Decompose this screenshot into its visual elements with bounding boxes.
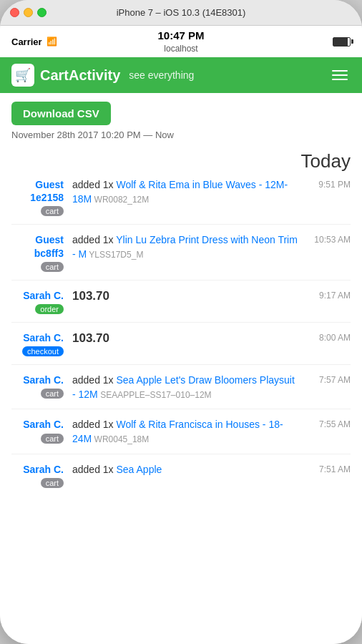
- user-name[interactable]: Sarah C.: [23, 464, 64, 475]
- carrier-label: Carrier: [11, 36, 42, 47]
- activity-column: 103.70: [72, 289, 300, 303]
- close-dot[interactable]: [10, 8, 19, 17]
- activity-time: 8:00 AM: [300, 331, 351, 343]
- product-sku: WR0045_18M: [92, 434, 149, 444]
- user-name[interactable]: Guest bc8ff3: [34, 234, 64, 258]
- activity-badge: cart: [41, 262, 64, 272]
- status-right: [238, 37, 351, 47]
- product-sku: SEAAPPLE–SS17–010–12M: [98, 390, 212, 400]
- hamburger-line: [332, 70, 348, 72]
- activity-text: added 1x Wolf & Rita Ema in Blue Waves -…: [72, 178, 300, 206]
- status-time: 10:47 PM: [124, 29, 238, 42]
- user-column: Sarah C.cart: [11, 418, 72, 444]
- download-csv-button[interactable]: Download CSV: [11, 102, 111, 125]
- user-column: Sarah C.cart: [11, 374, 72, 399]
- today-heading: Today: [11, 150, 351, 172]
- user-column: Sarah C.checkout: [11, 331, 72, 357]
- app-header-left: 🛒 CartActivity see everything: [11, 64, 194, 87]
- activity-text: added 1x Wolf & Rita Francisca in Houses…: [72, 418, 300, 446]
- product-link[interactable]: Sea Apple: [117, 464, 162, 475]
- user-name[interactable]: Sarah C.: [23, 332, 64, 343]
- activity-time: 7:55 AM: [300, 418, 351, 429]
- activity-column: added 1x Wolf & Rita Francisca in Houses…: [72, 418, 300, 446]
- activity-time: 7:57 AM: [300, 374, 351, 385]
- app-logo-icon: 🛒: [11, 64, 34, 87]
- activity-text: added 1x Ylin Lu Zebra Print Dress with …: [72, 233, 300, 261]
- activity-time: 9:17 AM: [300, 289, 351, 301]
- activity-badge: order: [35, 304, 64, 314]
- activity-item: Guest 1e2158cartadded 1x Wolf & Rita Ema…: [11, 178, 351, 225]
- content-area[interactable]: Download CSV November 28th 2017 10:20 PM…: [0, 93, 362, 644]
- hamburger-line: [332, 79, 348, 80]
- activity-amount: 103.70: [72, 331, 300, 346]
- activity-badge: cart: [41, 434, 64, 444]
- activity-amount: 103.70: [72, 289, 300, 303]
- app-title: CartActivity: [40, 67, 120, 84]
- activity-list: Guest 1e2158cartadded 1x Wolf & Rita Ema…: [11, 178, 351, 496]
- battery-icon: [333, 37, 351, 47]
- phone-shell: iPhone 7 – iOS 10.3 (14E8301) Carrier 📶 …: [0, 0, 362, 644]
- activity-badge: cart: [41, 206, 64, 216]
- activity-item: Guest bc8ff3cartadded 1x Ylin Lu Zebra P…: [11, 233, 351, 280]
- product-sku: YLSS17D5_M: [87, 250, 143, 260]
- fullscreen-dot[interactable]: [37, 8, 47, 17]
- status-center: 10:47 PM localhost: [124, 29, 238, 54]
- wifi-icon: 📶: [47, 36, 57, 47]
- mac-window-controls: [10, 8, 47, 17]
- activity-item: Sarah C.checkout103.708:00 AM: [11, 331, 351, 365]
- activity-badge: cart: [41, 478, 64, 488]
- mac-titlebar: iPhone 7 – iOS 10.3 (14E8301): [0, 0, 362, 26]
- date-range-label: November 28th 2017 10:20 PM — Now: [11, 130, 351, 140]
- activity-text: added 1x Sea Apple Let's Draw Bloomers P…: [72, 374, 300, 401]
- activity-column: added 1x Sea Apple Let's Draw Bloomers P…: [72, 374, 300, 401]
- activity-column: added 1x Sea Apple: [72, 463, 300, 477]
- app-subtitle: see everything: [129, 69, 194, 81]
- activity-time: 9:51 PM: [300, 178, 351, 190]
- activity-item: Sarah C.cartadded 1x Sea Apple Let's Dra…: [11, 374, 351, 409]
- user-name[interactable]: Guest 1e2158: [30, 179, 64, 203]
- user-name[interactable]: Sarah C.: [23, 374, 64, 386]
- status-left: Carrier 📶: [11, 36, 124, 47]
- activity-column: 103.70: [72, 331, 300, 346]
- product-sku: WR0082_12M: [92, 195, 149, 205]
- user-column: Guest bc8ff3cart: [11, 233, 72, 272]
- minimize-dot[interactable]: [24, 8, 33, 17]
- activity-badge: checkout: [22, 346, 64, 356]
- activity-column: added 1x Wolf & Rita Ema in Blue Waves -…: [72, 178, 300, 206]
- activity-time: 7:51 AM: [300, 463, 351, 474]
- user-name[interactable]: Sarah C.: [23, 290, 64, 301]
- hamburger-menu-button[interactable]: [329, 67, 351, 83]
- user-column: Sarah C.order: [11, 289, 72, 315]
- activity-column: added 1x Ylin Lu Zebra Print Dress with …: [72, 233, 300, 261]
- ios-statusbar: Carrier 📶 10:47 PM localhost: [0, 26, 362, 57]
- activity-item: Sarah C.cartadded 1x Wolf & Rita Francis…: [11, 418, 351, 454]
- activity-text: added 1x Sea Apple: [72, 463, 300, 477]
- activity-item: Sarah C.cartadded 1x Sea Apple7:51 AM: [11, 463, 351, 496]
- activity-badge: cart: [41, 389, 64, 399]
- user-column: Guest 1e2158cart: [11, 178, 72, 217]
- app-header: 🛒 CartActivity see everything: [0, 57, 362, 93]
- user-name[interactable]: Sarah C.: [23, 419, 64, 430]
- activity-item: Sarah C.order103.709:17 AM: [11, 289, 351, 323]
- user-column: Sarah C.cart: [11, 463, 72, 489]
- window-title: iPhone 7 – iOS 10.3 (14E8301): [117, 7, 246, 18]
- hamburger-line: [332, 74, 348, 76]
- status-url: localhost: [164, 44, 197, 54]
- activity-time: 10:53 AM: [300, 233, 351, 245]
- battery-fill: [333, 38, 348, 46]
